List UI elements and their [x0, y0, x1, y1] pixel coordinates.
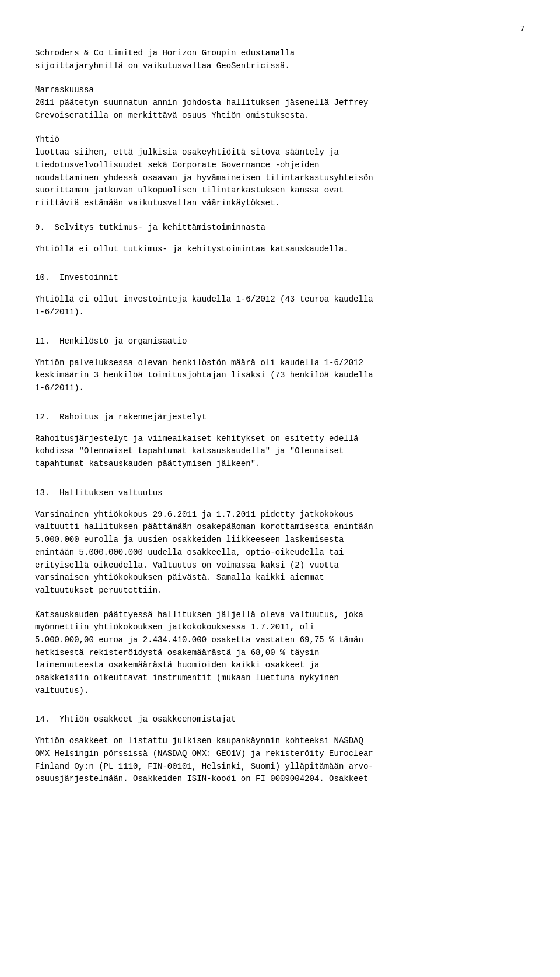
section-9-heading: 9. Selvitys tutkimus- ja kehittämistoimi…	[35, 222, 525, 234]
section-13-heading: 13. Hallituksen valtuutus	[35, 487, 525, 499]
intro-block: Schroders & Co Limited ja Horizon Groupi…	[35, 47, 525, 210]
section-13-body-1: Varsinainen yhtiökokous 29.6.2011 ja 1.7…	[35, 509, 525, 597]
intro-paragraph-1: Schroders & Co Limited ja Horizon Groupi…	[35, 47, 525, 72]
section-12-body: Rahoitusjärjestelyt ja viimeaikaiset keh…	[35, 433, 525, 471]
section-11-heading: 11. Henkilöstö ja organisaatio	[35, 335, 525, 348]
section-13: 13. Hallituksen valtuutus Varsinainen yh…	[35, 487, 525, 698]
section-14-heading: 14. Yhtiön osakkeet ja osakkeenomistajat	[35, 713, 525, 726]
section-14: 14. Yhtiön osakkeet ja osakkeenomistajat…	[35, 713, 525, 786]
section-11: 11. Henkilöstö ja organisaatio Yhtiön pa…	[35, 335, 525, 395]
section-9-body: Yhtiöllä ei ollut tutkimus- ja kehitysto…	[35, 243, 525, 256]
intro-paragraph-3: Yhtiö luottaa siihen, että julkisia osak…	[35, 134, 525, 209]
section-10: 10. Investoinnit Yhtiöllä ei ollut inves…	[35, 272, 525, 318]
section-12: 12. Rahoitus ja rakennejärjestelyt Rahoi…	[35, 411, 525, 471]
section-13-body-2: Katsauskauden päättyessä hallituksen jäl…	[35, 609, 525, 698]
intro-paragraph-2: Marraskuussa 2011 päätetyn suunnatun ann…	[35, 84, 525, 122]
section-10-body: Yhtiöllä ei ollut investointeja kaudella…	[35, 293, 525, 318]
section-11-body: Yhtiön palveluksessa olevan henkilöstön …	[35, 357, 525, 395]
sections-container: 9. Selvitys tutkimus- ja kehittämistoimi…	[35, 222, 525, 786]
section-12-heading: 12. Rahoitus ja rakennejärjestelyt	[35, 411, 525, 423]
section-14-body: Yhtiön osakkeet on listattu julkisen kau…	[35, 735, 525, 786]
section-9: 9. Selvitys tutkimus- ja kehittämistoimi…	[35, 222, 525, 256]
section-10-heading: 10. Investoinnit	[35, 272, 525, 284]
page-number: 7	[35, 23, 525, 36]
